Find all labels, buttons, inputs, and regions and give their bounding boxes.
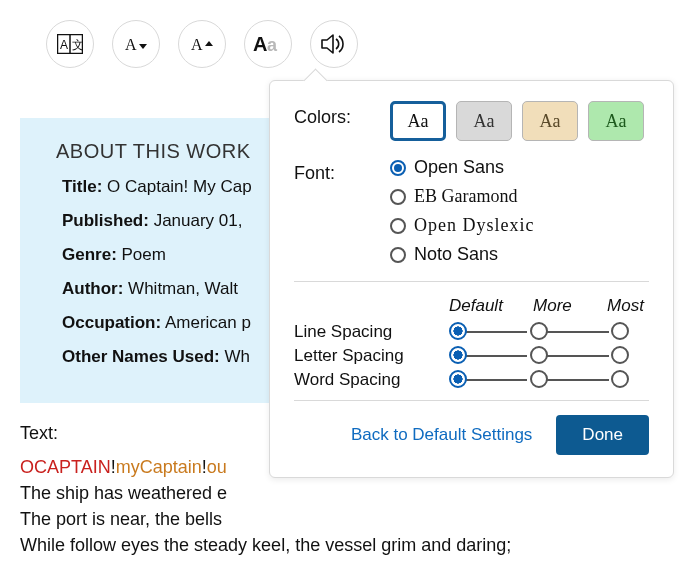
color-swatch[interactable]: Aa <box>522 101 578 141</box>
svg-marker-10 <box>322 35 333 53</box>
meta-key: Occupation: <box>62 313 161 332</box>
speaker-icon <box>321 33 347 55</box>
meta-value: American p <box>161 313 251 332</box>
colors-label: Colors: <box>294 101 390 128</box>
font-increase-button[interactable]: A <box>178 20 226 68</box>
divider <box>294 281 649 282</box>
svg-marker-7 <box>205 41 213 46</box>
font-option-label: Open Dyslexic <box>414 215 534 236</box>
meta-key: Published: <box>62 211 149 230</box>
slider-stop[interactable] <box>530 322 548 340</box>
svg-text:a: a <box>267 35 278 55</box>
spacing-row: Line Spacing <box>294 322 649 342</box>
font-option[interactable]: Open Sans <box>390 157 534 178</box>
meta-value: O Captain! My Cap <box>102 177 251 196</box>
meta-value: January 01, <box>149 211 243 230</box>
meta-value: Wh <box>220 347 250 366</box>
meta-value: Whitman, Walt <box>123 279 238 298</box>
radio-icon <box>390 189 406 205</box>
divider <box>294 400 649 401</box>
font-option[interactable]: EB Garamond <box>390 186 534 207</box>
slider-stop[interactable] <box>530 346 548 364</box>
spacing-slider[interactable] <box>449 370 649 390</box>
radio-icon <box>390 247 406 263</box>
font-option-label: EB Garamond <box>414 186 517 207</box>
font-style-button[interactable]: A a <box>244 20 292 68</box>
spacing-row: Letter Spacing <box>294 346 649 366</box>
radio-icon <box>390 218 406 234</box>
meta-key: Other Names Used: <box>62 347 220 366</box>
font-options: Open SansEB GaramondOpen DyslexicNoto Sa… <box>390 157 534 265</box>
font-increase-icon: A <box>189 34 215 54</box>
color-swatch[interactable]: Aa <box>588 101 644 141</box>
slider-stop[interactable] <box>530 370 548 388</box>
svg-marker-5 <box>139 44 147 49</box>
meta-key: Title: <box>62 177 102 196</box>
color-swatches: AaAaAaAa <box>390 101 644 141</box>
slider-stop[interactable] <box>611 370 629 388</box>
radio-icon <box>390 160 406 176</box>
font-option-label: Noto Sans <box>414 244 498 265</box>
spacing-label: Word Spacing <box>294 370 444 390</box>
translate-icon: A 文 <box>57 34 83 54</box>
spacing-header: Default More Most <box>294 296 649 316</box>
translate-button[interactable]: A 文 <box>46 20 94 68</box>
slider-stop[interactable] <box>611 346 629 364</box>
reader-settings-popover: Colors: AaAaAaAa Font: Open SansEB Garam… <box>269 80 674 478</box>
font-style-icon: A a <box>253 33 283 55</box>
font-label: Font: <box>294 157 390 184</box>
color-swatch[interactable]: Aa <box>390 101 446 141</box>
done-button[interactable]: Done <box>556 415 649 455</box>
svg-text:A: A <box>60 38 68 52</box>
spacing-label: Line Spacing <box>294 322 444 342</box>
color-swatch[interactable]: Aa <box>456 101 512 141</box>
font-decrease-button[interactable]: A <box>112 20 160 68</box>
font-option[interactable]: Noto Sans <box>390 244 534 265</box>
meta-key: Genre: <box>62 245 117 264</box>
slider-stop[interactable] <box>611 322 629 340</box>
meta-value: Poem <box>117 245 166 264</box>
font-option[interactable]: Open Dyslexic <box>390 215 534 236</box>
meta-key: Author: <box>62 279 123 298</box>
spacing-label: Letter Spacing <box>294 346 444 366</box>
spacing-row: Word Spacing <box>294 370 649 390</box>
read-aloud-button[interactable] <box>310 20 358 68</box>
svg-text:文: 文 <box>72 38 83 52</box>
reset-defaults-link[interactable]: Back to Default Settings <box>351 425 532 445</box>
svg-text:A: A <box>253 33 267 55</box>
reader-toolbar: A 文 A A A a <box>0 0 700 68</box>
slider-stop[interactable] <box>449 346 467 364</box>
svg-text:A: A <box>191 36 203 53</box>
font-option-label: Open Sans <box>414 157 504 178</box>
slider-stop[interactable] <box>449 322 467 340</box>
spacing-slider[interactable] <box>449 322 649 342</box>
font-decrease-icon: A <box>123 34 149 54</box>
spacing-slider[interactable] <box>449 346 649 366</box>
svg-text:A: A <box>125 36 137 53</box>
slider-stop[interactable] <box>449 370 467 388</box>
